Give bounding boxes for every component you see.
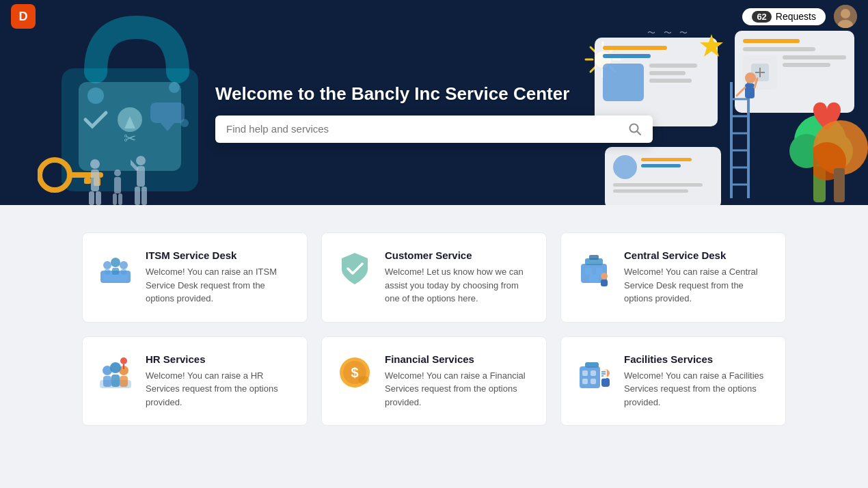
card-title-hr: HR Services <box>146 353 293 365</box>
card-text-hr: HR Services Welcome! You can raise a HR … <box>146 353 293 409</box>
hero-figures <box>85 154 151 205</box>
svg-point-16 <box>90 159 100 169</box>
svg-rect-21 <box>114 177 121 193</box>
card-desc-central: Welcome! You can raise a Central Service… <box>624 265 772 306</box>
card-text-customer: Customer Service Welcome! Let us know ho… <box>385 249 532 306</box>
card-icon-central <box>575 249 613 288</box>
card-text-facilities: Facilities Services Welcome! You can rai… <box>624 353 772 409</box>
service-card-facilities[interactable]: Facilities Services Welcome! You can rai… <box>560 336 786 426</box>
services-grid: ITSM Service Desk Welcome! You can raise… <box>82 232 786 426</box>
hero-content: Welcome to the Bancly Inc Service Center <box>215 83 653 143</box>
svg-point-6 <box>87 87 104 104</box>
svg-text:✂: ✂ <box>124 130 136 147</box>
topbar: D 62 Requests <box>0 0 868 33</box>
orange-bush <box>813 93 868 205</box>
svg-rect-28 <box>141 187 147 205</box>
app-logo[interactable]: D <box>11 4 36 29</box>
service-card-customer[interactable]: Customer Service Welcome! Let us know ho… <box>321 232 547 323</box>
card-desc-customer: Welcome! Let us know how we can assist y… <box>385 265 532 306</box>
hero-title: Welcome to the Bancly Inc Service Center <box>215 83 653 105</box>
star-decoration <box>699 33 724 62</box>
search-bar <box>215 116 653 143</box>
card-title-facilities: Facilities Services <box>624 353 772 365</box>
card-title-central: Central Service Desk <box>624 249 772 261</box>
requests-label: Requests <box>776 11 816 22</box>
card-title-financial: Financial Services <box>385 353 532 365</box>
card-icon-customer <box>336 249 374 288</box>
svg-point-24 <box>136 156 146 165</box>
svg-marker-41 <box>700 34 723 57</box>
ladder-figure <box>724 48 759 205</box>
svg-rect-60 <box>834 168 845 202</box>
svg-rect-9 <box>150 103 185 123</box>
service-card-itsm[interactable]: ITSM Service Desk Welcome! You can raise… <box>82 232 308 323</box>
svg-point-1 <box>841 9 850 18</box>
svg-rect-51 <box>745 83 755 98</box>
card-icon-itsm <box>96 249 135 288</box>
card-desc-itsm: Welcome! You can raise an ITSM Service D… <box>146 265 293 306</box>
svg-rect-23 <box>118 193 122 205</box>
svg-line-26 <box>131 161 137 169</box>
svg-rect-22 <box>113 193 117 205</box>
search-input[interactable] <box>226 123 621 135</box>
svg-rect-17 <box>91 170 99 191</box>
svg-point-50 <box>745 72 756 83</box>
card-icon-hr <box>96 353 135 392</box>
card-desc-financial: Welcome! You can raise a Financial Servi… <box>385 369 532 409</box>
card-title-itsm: ITSM Service Desk <box>146 249 293 261</box>
svg-rect-19 <box>96 191 101 205</box>
card-text-itsm: ITSM Service Desk Welcome! You can raise… <box>146 249 293 306</box>
svg-point-7 <box>169 82 180 93</box>
service-card-central[interactable]: Central Service Desk Welcome! You can ra… <box>560 232 786 323</box>
svg-rect-18 <box>89 191 94 205</box>
search-button[interactable] <box>628 122 642 136</box>
avatar[interactable] <box>834 5 857 28</box>
service-card-financial[interactable]: Financial Services Welcome! You can rais… <box>321 336 547 426</box>
card-text-central: Central Service Desk Welcome! You can ra… <box>624 249 772 306</box>
card-icon-financial <box>336 353 374 392</box>
requests-count: 62 <box>752 11 771 23</box>
topbar-right: 62 Requests <box>742 5 857 28</box>
svg-point-12 <box>40 160 70 190</box>
service-card-hr[interactable]: HR Services Welcome! You can raise a HR … <box>82 336 308 426</box>
card-icon-facilities <box>575 353 613 392</box>
card-title-customer: Customer Service <box>385 249 532 261</box>
card-desc-facilities: Welcome! You can raise a Facilities Serv… <box>624 369 772 409</box>
svg-point-20 <box>114 170 121 176</box>
svg-line-62 <box>637 131 640 135</box>
card-text-financial: Financial Services Welcome! You can rais… <box>385 353 532 409</box>
cards-section: ITSM Service Desk Welcome! You can raise… <box>0 205 868 453</box>
svg-line-52 <box>737 87 745 96</box>
hero-section: D 62 Requests <box>0 0 868 205</box>
requests-button[interactable]: 62 Requests <box>742 8 826 25</box>
svg-rect-27 <box>135 187 140 205</box>
card-desc-hr: Welcome! You can raise a HR Services req… <box>146 369 293 409</box>
